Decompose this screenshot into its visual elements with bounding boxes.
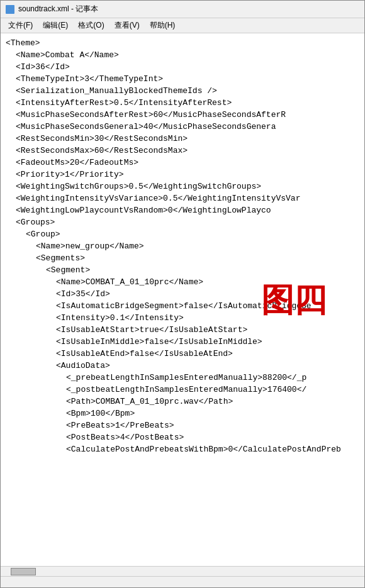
code-line: <AudioData> — [6, 360, 362, 372]
code-line: <Priority>1</Priority> — [6, 169, 362, 180]
code-line: <IsUsableAtStart>true</IsUsableAtStart> — [6, 324, 362, 336]
xml-content: <PreBeats>1</PreBeats> — [66, 419, 174, 431]
status-bar — [1, 576, 364, 587]
xml-content: <AudioData> — [56, 360, 110, 372]
xml-content: <_prebeatLengthInSamplesEnteredManually>… — [66, 372, 306, 384]
code-line: <MusicPhaseSecondsAfterRest>60</MusicPha… — [6, 109, 362, 121]
xml-content: <ThemeTypeInt>3</ThemeTypeInt> — [16, 73, 163, 85]
notepad-window: soundtrack.xml - 记事本 文件(F)编辑(E)格式(O)查看(V… — [0, 0, 365, 588]
xml-content: <RestSecondsMax>60</RestSecondsMax> — [16, 145, 188, 157]
xml-content: <PostBeats>4</PostBeats> — [66, 431, 184, 443]
title-bar: soundtrack.xml - 记事本 — [1, 1, 364, 18]
code-line: <Name>COMBAT_A_01_10prc</Name> — [6, 276, 362, 288]
xml-content: <Serialization_ManuallyBlockedThemeIds /… — [16, 85, 217, 97]
horizontal-scrollbar[interactable] — [1, 566, 364, 576]
menu-item-e[interactable]: 编辑(E) — [38, 19, 73, 32]
code-line: <WeightingIntensityVsVariance>0.5</Weigh… — [6, 192, 362, 204]
menu-item-v[interactable]: 查看(V) — [110, 19, 145, 32]
code-line: <Intensity>0.1</Intensity> — [6, 312, 362, 324]
code-line: <RestSecondsMax>60</RestSecondsMax> — [6, 145, 362, 157]
xml-content: <Name>COMBAT_A_01_10prc</Name> — [56, 276, 203, 288]
xml-content: <WeightingIntensityVsVariance>0.5</Weigh… — [16, 192, 300, 204]
menu-bar: 文件(F)编辑(E)格式(O)查看(V)帮助(H) — [1, 18, 364, 33]
code-line: <Id>36</Id> — [6, 61, 362, 73]
code-line: <Theme> — [6, 37, 362, 49]
window-title: soundtrack.xml - 记事本 — [18, 4, 98, 14]
menu-item-h[interactable]: 帮助(H) — [145, 19, 181, 32]
code-line: <Bpm>100</Bpm> — [6, 408, 362, 419]
code-line: <Segments> — [6, 252, 362, 264]
xml-content: <Id>36</Id> — [16, 61, 70, 73]
code-line: <IsUsableAtEnd>false</IsUsableAtEnd> — [6, 348, 362, 360]
menu-item-f[interactable]: 文件(F) — [3, 19, 38, 32]
code-line: <WeightingLowPlaycountVsRandom>0</Weight… — [6, 204, 362, 216]
xml-content: <Theme> — [6, 37, 40, 49]
xml-content: <Group> — [26, 228, 60, 240]
xml-content: <IsAutomaticBridgeSegment>false</IsAutom… — [56, 300, 312, 312]
code-line: <Serialization_ManuallyBlockedThemeIds /… — [6, 85, 362, 97]
xml-content: <Priority>1</Priority> — [16, 169, 124, 180]
code-line: <IsUsableInMiddle>false</IsUsableInMiddl… — [6, 336, 362, 348]
xml-content: <IsUsableAtEnd>false</IsUsableAtEnd> — [56, 348, 233, 360]
code-line: <MusicPhaseSecondsGeneral>40</MusicPhase… — [6, 121, 362, 133]
xml-content: <Path>COMBAT_A_01_10prc.wav</Path> — [66, 396, 233, 408]
xml-content: <Groups> — [16, 216, 55, 228]
xml-content: <Name>Combat A</Name> — [16, 49, 119, 61]
scrollbar-thumb[interactable] — [11, 568, 36, 575]
code-line: <IntensityAfterRest>0.5</IntensityAfterR… — [6, 97, 362, 109]
code-line: <ThemeTypeInt>3</ThemeTypeInt> — [6, 73, 362, 85]
code-line: <PostBeats>4</PostBeats> — [6, 431, 362, 443]
xml-content: <MusicPhaseSecondsAfterRest>60</MusicPha… — [16, 109, 286, 121]
xml-content: <FadeoutMs>20</FadeoutMs> — [16, 157, 138, 169]
xml-content: <WeightingLowPlaycountVsRandom>0</Weight… — [16, 204, 271, 216]
code-line: <Path>COMBAT_A_01_10prc.wav</Path> — [6, 396, 362, 408]
code-line: <PreBeats>1</PreBeats> — [6, 419, 362, 431]
xml-content: <_postbeatLengthInSamplesEnteredManually… — [66, 384, 306, 396]
code-line: <IsAutomaticBridgeSegment>false</IsAutom… — [6, 300, 362, 312]
xml-content: <Segments> — [36, 252, 85, 264]
code-line: <Groups> — [6, 216, 362, 228]
xml-content: <WeightingSwitchGroups>0.5</WeightingSwi… — [16, 180, 261, 192]
xml-content: <MusicPhaseSecondsGeneral>40</MusicPhase… — [16, 121, 276, 133]
code-line: <Segment> — [6, 264, 362, 276]
xml-content: <IsUsableAtStart>true</IsUsableAtStart> — [56, 324, 247, 336]
xml-content: <Bpm>100</Bpm> — [66, 408, 135, 419]
xml-content: <Intensity>0.1</Intensity> — [56, 312, 184, 324]
menu-item-o[interactable]: 格式(O) — [73, 19, 109, 32]
xml-content: <Id>35</Id> — [56, 288, 110, 300]
xml-content: <IntensityAfterRest>0.5</IntensityAfterR… — [16, 97, 232, 109]
code-line: <CalculatePostAndPrebeatsWithBpm>0</Calc… — [6, 443, 362, 455]
code-line: <RestSecondsMin>30</RestSecondsMin> — [6, 133, 362, 145]
code-content: <Theme><Name>Combat A</Name><Id>36</Id><… — [1, 33, 364, 566]
xml-content: <CalculatePostAndPrebeatsWithBpm>0</Calc… — [66, 443, 341, 455]
xml-content: <IsUsableInMiddle>false</IsUsableInMiddl… — [56, 336, 262, 348]
code-line: <Name>Combat A</Name> — [6, 49, 362, 61]
code-line: <_postbeatLengthInSamplesEnteredManually… — [6, 384, 362, 396]
notepad-icon — [6, 5, 14, 14]
code-line: <Name>new_group</Name> — [6, 240, 362, 252]
code-line: <Id>35</Id> — [6, 288, 362, 300]
editor-area[interactable]: <Theme><Name>Combat A</Name><Id>36</Id><… — [1, 33, 364, 566]
xml-content: <RestSecondsMin>30</RestSecondsMin> — [16, 133, 188, 145]
code-line: <WeightingSwitchGroups>0.5</WeightingSwi… — [6, 180, 362, 192]
code-line: <FadeoutMs>20</FadeoutMs> — [6, 157, 362, 169]
xml-content: <Segment> — [46, 264, 90, 276]
xml-content: <Name>new_group</Name> — [36, 240, 144, 252]
code-line: <Group> — [6, 228, 362, 240]
code-line: <_prebeatLengthInSamplesEnteredManually>… — [6, 372, 362, 384]
